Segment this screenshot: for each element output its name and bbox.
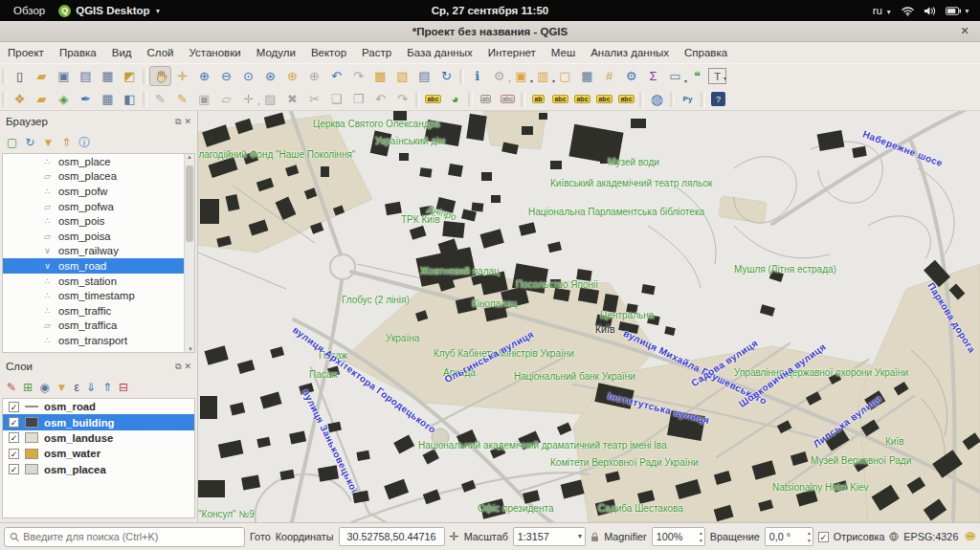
undo-button[interactable]: ↶ (369, 89, 391, 109)
menu-view[interactable]: Вид (104, 45, 140, 60)
copy-features-button[interactable]: ❏ (325, 89, 347, 109)
float-panel-button[interactable]: ⧉ (175, 117, 181, 127)
menu-edit[interactable]: Правка (52, 45, 104, 60)
layer-checkbox[interactable]: ✓ (9, 432, 19, 443)
layer-checkbox[interactable]: ✓ (9, 402, 19, 412)
menu-settings[interactable]: Установки (182, 45, 249, 60)
toolbar-handle[interactable] (639, 92, 644, 107)
label-settings-button[interactable]: abc (571, 89, 593, 109)
toolbar-handle[interactable] (143, 92, 147, 107)
layout-manager-button[interactable]: ▦ (97, 66, 119, 86)
measure-button[interactable]: ▭ (664, 66, 686, 86)
remove-layer-button[interactable]: ⊟ (119, 381, 128, 394)
toolbar-handle[interactable] (670, 92, 675, 107)
modify-attributes-button[interactable]: ▨ (259, 89, 281, 109)
style-manager-button[interactable]: ◩ (119, 66, 141, 86)
menu-help[interactable]: Справка (677, 45, 735, 60)
layer-styling-button[interactable]: ✎ (7, 381, 16, 394)
app-menu[interactable]: Q QGIS Desktop▼ (58, 5, 161, 17)
pan-map-button[interactable] (149, 66, 171, 86)
scale-combo[interactable]: 1:3157 (513, 527, 586, 546)
current-edits-button[interactable]: ✎ (149, 89, 171, 109)
menu-database[interactable]: База данных (399, 45, 480, 60)
zoom-to-selection-button[interactable]: ⊕ (281, 66, 303, 86)
processing-toolbox-button[interactable]: ⚙ (620, 66, 642, 86)
toolbar-handle[interactable] (143, 69, 147, 84)
pin-labels-button[interactable]: ab (475, 89, 497, 109)
lock-icon[interactable] (590, 531, 599, 543)
add-group-button[interactable]: ⊞ (23, 381, 33, 394)
attribute-table-button[interactable]: ▦ (576, 66, 598, 86)
toolbar-handle[interactable] (2, 69, 7, 84)
zoom-next-button[interactable]: ↷ (347, 66, 369, 86)
layer-labeling-button[interactable]: abc (422, 89, 444, 109)
help-button[interactable]: ? (707, 89, 729, 109)
menu-vector[interactable]: Вектор (303, 45, 354, 60)
menu-raster[interactable]: Растр (354, 45, 399, 60)
layer-item[interactable]: ✓ osm_road (3, 399, 194, 414)
browser-item[interactable]: ∴osm_place (3, 154, 194, 169)
crs-indicator[interactable]: EPSG:4326 (903, 531, 958, 542)
keyboard-layout-indicator[interactable]: ru ▼ (873, 5, 892, 16)
browser-item[interactable]: ∴osm_pois (3, 213, 194, 229)
browser-item[interactable]: ∴osm_timestamp (3, 288, 194, 303)
close-panel-button[interactable]: ✕ (184, 117, 191, 127)
deselect-features-button[interactable]: ▥ (532, 66, 554, 86)
toolbar-handle[interactable] (521, 92, 525, 107)
render-checkbox[interactable]: ✓ (818, 532, 829, 542)
zoom-to-layer-button[interactable]: ⊕ (303, 66, 325, 86)
run-feature-action-button[interactable]: ⚙ (488, 66, 510, 86)
browser-item[interactable]: ▱osm_traffica (3, 319, 194, 334)
map-tips-button[interactable]: ❝ (686, 66, 708, 86)
layer-item[interactable]: ✓ osm_landuse (3, 430, 194, 446)
layer-checkbox[interactable]: ✓ (9, 464, 19, 474)
new-virtual-layer-button[interactable]: ◧ (119, 89, 141, 109)
paste-features-button[interactable]: ❒ (347, 89, 369, 109)
text-annotation-button[interactable]: T (708, 68, 726, 84)
menu-layer[interactable]: Слой (140, 45, 182, 60)
browser-item[interactable]: ∴osm_traffic (3, 303, 194, 319)
zoom-in-button[interactable]: ⊕ (193, 66, 215, 86)
menu-plugins[interactable]: Модули (249, 45, 303, 60)
layer-diagram-button[interactable]: ◕ (444, 89, 466, 109)
expand-all-button[interactable]: ⇓ (86, 381, 96, 394)
field-calculator-button[interactable]: # (598, 66, 620, 86)
float-panel-button[interactable]: ⧉ (175, 362, 181, 372)
browser-scrollbar[interactable]: ▲▼ (184, 154, 194, 352)
toolbar-handle[interactable] (415, 92, 420, 107)
cut-features-button[interactable]: ✂ (303, 89, 325, 109)
refresh-map-button[interactable]: ↻ (435, 66, 457, 86)
map-canvas[interactable]: Церква Святого Олександра Український ді… (198, 111, 980, 522)
redo-button[interactable]: ↷ (391, 89, 413, 109)
layer-item[interactable]: ✓ osm_placea (3, 462, 194, 477)
menu-analysis[interactable]: Анализ данных (583, 45, 677, 60)
layer-item-selected[interactable]: ✓ osm_building (3, 414, 194, 429)
window-title-bar[interactable]: *Проект без названия - QGIS ✕ (0, 21, 980, 42)
menu-web[interactable]: Интернет (480, 45, 544, 60)
toggle-editing-button[interactable]: ✎ (171, 89, 193, 109)
toolbar-handle[interactable] (701, 92, 705, 107)
layer-checkbox[interactable]: ✓ (9, 417, 19, 428)
new-3d-map-view-button[interactable]: ▧ (391, 66, 413, 86)
browser-item[interactable]: ∨osm_railway (3, 244, 194, 259)
vertex-tool-button[interactable]: ✛ (237, 89, 259, 109)
new-geopackage-layer-button[interactable]: ◈ (53, 89, 75, 109)
extents-toggle-icon[interactable]: ✛ (450, 530, 459, 543)
browser-item[interactable]: ∴osm_transport (3, 333, 194, 348)
new-shapefile-layer-button[interactable]: ✒ (75, 89, 97, 109)
zoom-last-button[interactable]: ↶ (325, 66, 347, 86)
new-print-layout-button[interactable]: ▤ (75, 66, 97, 86)
delete-selected-button[interactable]: ✖ (281, 89, 303, 109)
collapse-all-button[interactable]: ⇑ (102, 381, 112, 394)
open-project-button[interactable]: ▰ (31, 66, 53, 86)
toolbar-handle[interactable] (459, 69, 464, 84)
filter-browser-button[interactable]: ▼ (42, 136, 54, 149)
filter-legend-button[interactable]: ▼ (56, 381, 68, 394)
select-features-button[interactable]: ▣ (510, 66, 532, 86)
filter-expression-button[interactable]: ε (75, 381, 79, 394)
menu-project[interactable]: Проект (0, 45, 52, 60)
browser-item[interactable]: ▱osm_poisa (3, 229, 194, 244)
zoom-full-button[interactable]: ⊛ (259, 66, 281, 86)
map-themes-button[interactable]: ◉ (39, 381, 49, 394)
deselect-all-button[interactable]: ▢ (554, 66, 576, 86)
